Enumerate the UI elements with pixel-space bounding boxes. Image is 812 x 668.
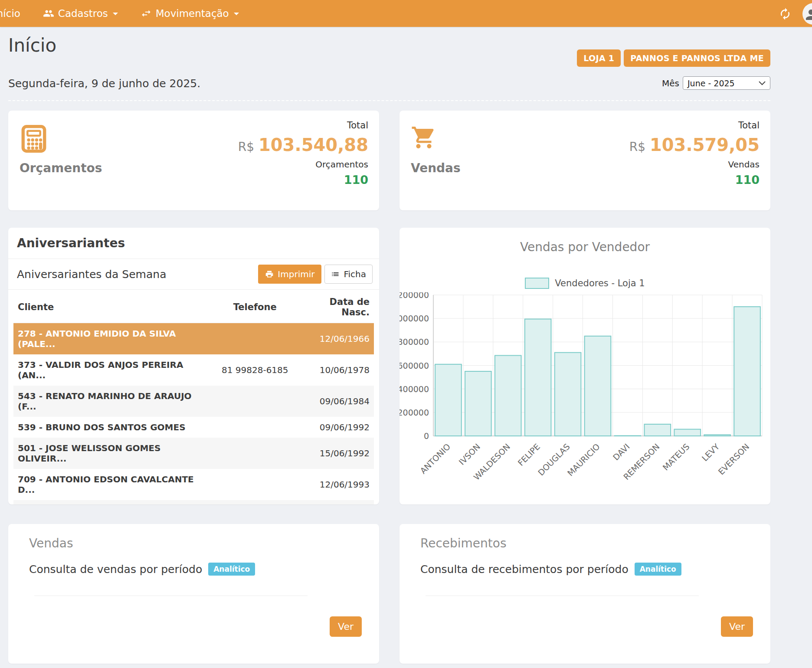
divider: [34, 596, 308, 596]
chart-title: Vendas por Vendedor: [399, 240, 770, 254]
table-row[interactable]: 501 - JOSE WELISSON GOMES OLIVEIR...15/0…: [13, 438, 374, 469]
nav-item-inicio[interactable]: Início: [0, 0, 32, 27]
svg-text:DAVI: DAVI: [611, 442, 632, 462]
bottom-card-recebimentos: Recebimentos Consulta de recebimentos po…: [399, 524, 770, 664]
bottom-card-vendas: Vendas Consulta de vendas por período An…: [8, 524, 379, 664]
svg-text:MAURICIO: MAURICIO: [565, 442, 601, 478]
table-cell-birth: 12/06/1993: [298, 469, 374, 500]
total-label: Total: [629, 120, 760, 131]
badge-analitico: Analítico: [635, 563, 681, 576]
count-label: Orçamentos: [238, 159, 368, 170]
print-button[interactable]: Imprimir: [258, 265, 321, 284]
column-cliente: Cliente: [13, 291, 212, 323]
total-label: Total: [238, 120, 368, 131]
page-date: Segunda-feira, 9 de junho de 2025.: [8, 77, 200, 90]
table-cell-client: 669 - RAFAELA PROCOPIO DA SILVA CA...: [13, 500, 212, 504]
table-row[interactable]: 373 - VALDIR DOS ANJOS PEREIRA (AN...81 …: [13, 354, 374, 386]
table-cell-phone: [212, 438, 298, 469]
count-value: 110: [629, 173, 760, 187]
count-value: 110: [238, 173, 368, 187]
exchange-icon: [141, 8, 152, 19]
table-row[interactable]: 543 - RENATO MARINHO DE ARAUJO (F...09/0…: [13, 386, 374, 417]
svg-text:IVSON: IVSON: [457, 442, 482, 467]
table-cell-phone: [212, 417, 298, 438]
badge-analitico: Analítico: [208, 563, 255, 576]
birthdays-table: Cliente Telefone Data de Nasc. 278 - ANT…: [13, 291, 374, 504]
currency-label: R$: [238, 140, 254, 154]
svg-text:MATEUS: MATEUS: [661, 442, 691, 472]
chevron-down-icon: [759, 81, 766, 85]
bottom-card-title: Vendas: [29, 536, 358, 550]
cart-icon: [411, 124, 439, 153]
page-title: Início: [8, 36, 56, 56]
svg-text:0: 0: [424, 431, 429, 441]
ver-button[interactable]: Ver: [330, 616, 362, 637]
table-row[interactable]: 669 - RAFAELA PROCOPIO DA SILVA CA...11/…: [13, 500, 374, 504]
summary-card-vendas: Vendas Total R$103.579,05 Vendas 110: [399, 111, 770, 210]
table-row[interactable]: 709 - ANTONIO EDSON CAVALCANTE D...12/06…: [13, 469, 374, 500]
summary-card-orcamentos: Orçamentos Total R$103.540,88 Orçamentos…: [8, 111, 379, 210]
person-icon: [803, 7, 812, 23]
currency-label: R$: [629, 140, 645, 154]
navbar: Início Cadastros Movimentação: [0, 0, 812, 27]
chart-panel: Vendas por Vendedor Vendedores - Loja 1 …: [399, 228, 770, 504]
nav-item-label: Movimentação: [156, 8, 229, 19]
nav-item-movimentacao[interactable]: Movimentação: [129, 0, 250, 27]
ver-button[interactable]: Ver: [721, 616, 753, 637]
nav-item-cadastros[interactable]: Cadastros: [32, 0, 129, 27]
total-value: 103.540,88: [259, 135, 368, 155]
table-cell-birth: 10/06/1978: [298, 354, 374, 386]
summary-card-title: Vendas: [411, 161, 461, 175]
svg-text:LEVY: LEVY: [700, 442, 721, 463]
summary-card-title: Orçamentos: [20, 161, 102, 175]
store-button[interactable]: LOJA 1: [577, 49, 621, 67]
table-row[interactable]: 278 - ANTONIO EMIDIO DA SILVA (PALE...12…: [13, 323, 374, 355]
bottom-card-desc: Consulta de vendas por período: [29, 563, 202, 576]
legend-swatch: [525, 278, 549, 289]
table-cell-client: 543 - RENATO MARINHO DE ARAUJO (F...: [13, 386, 212, 417]
birthdays-subtitle: Aniversariantes da Semana: [17, 268, 166, 281]
table-row[interactable]: 539 - BRUNO DOS SANTOS GOMES09/06/1992: [13, 417, 374, 438]
bottom-card-title: Recebimentos: [420, 536, 750, 550]
nav-item-label: Cadastros: [58, 8, 108, 19]
month-select[interactable]: June - 2025: [683, 76, 770, 90]
sales-chart: 020000040000060000080000010000001200000A…: [399, 292, 770, 496]
birthdays-panel: Aniversariantes Aniversariantes da Seman…: [8, 228, 379, 504]
table-cell-phone: [212, 500, 298, 504]
table-cell-birth: 09/06/1984: [298, 386, 374, 417]
table-cell-phone: [212, 469, 298, 500]
count-label: Vendas: [629, 159, 760, 170]
caret-down-icon: [234, 13, 239, 18]
svg-text:EVERSON: EVERSON: [716, 442, 751, 476]
table-cell-phone: 81 99828-6185: [212, 354, 298, 386]
avatar[interactable]: [802, 3, 812, 25]
bottom-card-desc: Consulta de recebimentos por período: [420, 563, 629, 576]
users-icon: [43, 8, 54, 19]
table-cell-client: 539 - BRUNO DOS SANTOS GOMES: [13, 417, 212, 438]
table-cell-phone: [212, 323, 298, 355]
legend-label: Vendedores - Loja 1: [555, 278, 645, 288]
table-cell-birth: 15/06/1992: [298, 438, 374, 469]
svg-text:1000000: 1000000: [399, 314, 429, 323]
divider: [426, 596, 699, 596]
chart-legend[interactable]: Vendedores - Loja 1: [399, 278, 770, 289]
svg-text:600000: 600000: [399, 361, 429, 370]
table-cell-birth: 09/06/1992: [298, 417, 374, 438]
calculator-icon: [20, 124, 48, 153]
divider: [8, 100, 770, 101]
svg-text:1200000: 1200000: [399, 292, 429, 300]
ficha-button[interactable]: Ficha: [324, 265, 373, 284]
birthdays-table-body: 278 - ANTONIO EMIDIO DA SILVA (PALE...12…: [13, 323, 374, 505]
table-cell-client: 373 - VALDIR DOS ANJOS PEREIRA (AN...: [13, 354, 212, 386]
refresh-button[interactable]: [779, 7, 792, 20]
company-button[interactable]: PANNOS E PANNOS LTDA ME: [624, 49, 770, 67]
svg-text:ANTONIO: ANTONIO: [418, 442, 452, 475]
table-cell-client: 709 - ANTONIO EDSON CAVALCANTE D...: [13, 469, 212, 500]
nav-item-label: Início: [0, 8, 20, 19]
table-cell-birth: 11/06/1995: [298, 500, 374, 504]
table-cell-birth: 12/06/1966: [298, 323, 374, 355]
total-value: 103.579,05: [650, 135, 760, 155]
table-cell-client: 278 - ANTONIO EMIDIO DA SILVA (PALE...: [13, 323, 212, 355]
month-select-value: June - 2025: [688, 79, 735, 88]
svg-text:400000: 400000: [399, 384, 429, 394]
